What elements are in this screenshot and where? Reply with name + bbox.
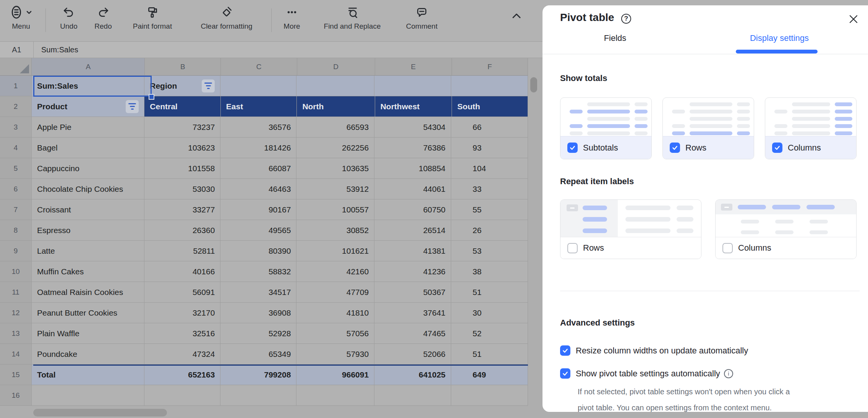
close-icon[interactable] (847, 13, 860, 25)
find-replace-button[interactable]: Find and Replace (316, 4, 389, 31)
column-header-d[interactable]: D (297, 58, 375, 76)
cell-value[interactable]: 38 (451, 261, 528, 282)
paint-format-button[interactable]: Paint format (124, 4, 181, 31)
row-header[interactable]: 2 (0, 96, 32, 117)
row-header[interactable]: 7 (0, 199, 32, 220)
row-header[interactable]: 14 (0, 344, 32, 365)
cell-value[interactable]: 103623 (144, 138, 220, 158)
spreadsheet-grid[interactable]: A B C D E F 1 Sum:Sales Region 2 Product… (0, 58, 528, 406)
sheet-row-12[interactable]: 12 Peanut Butter Cookies 32170 36908 418… (0, 303, 528, 323)
cell-a2[interactable]: Product (32, 96, 144, 117)
sheet-row-6[interactable]: 6 Chocolate Chip Cookies 53030 46463 539… (0, 179, 528, 199)
menu-button[interactable]: Menu (10, 4, 32, 31)
sheet-row-8[interactable]: 8 Espresso 26360 49565 30852 26514 26 (0, 220, 528, 241)
cell[interactable] (144, 385, 220, 406)
sheet-row-5[interactable]: 5 Cappuccino 101558 66087 103635 108854 … (0, 158, 528, 179)
cell-value[interactable]: 101621 (296, 241, 374, 261)
repeat-columns-checkbox[interactable] (722, 243, 733, 253)
cell-value[interactable]: 41236 (374, 261, 451, 282)
vertical-scrollbar-track[interactable] (528, 58, 542, 406)
select-all-corner[interactable] (0, 58, 32, 76)
comment-button[interactable]: Comment (399, 4, 445, 31)
cell-value[interactable]: 57930 (296, 344, 374, 365)
cell-value[interactable]: 49565 (220, 220, 296, 241)
row-header[interactable]: 9 (0, 241, 32, 261)
cell-value[interactable]: 51 (451, 282, 528, 303)
cell-product[interactable]: Latte (32, 241, 144, 261)
cell-value[interactable]: 53912 (296, 179, 374, 199)
cell-value[interactable]: 103635 (296, 158, 374, 179)
repeat-labels-card-rows[interactable]: Rows (560, 199, 701, 259)
cell-total-label[interactable]: Total (32, 365, 144, 385)
cell-value[interactable]: 36576 (220, 117, 296, 138)
cell-region-central[interactable]: Central (144, 96, 221, 117)
cell-value[interactable]: 47709 (296, 282, 374, 303)
redo-button[interactable]: Redo (88, 4, 118, 31)
cell-product[interactable]: Oatmeal Raisin Cookies (32, 282, 144, 303)
cell-region-east[interactable]: East (221, 96, 297, 117)
cell-value[interactable]: 51 (451, 344, 528, 365)
cell-value[interactable]: 26360 (144, 220, 220, 241)
cell-region-south[interactable]: South (452, 96, 528, 117)
row-header[interactable]: 13 (0, 323, 32, 344)
cell[interactable] (374, 385, 451, 406)
cell-value[interactable]: 32170 (144, 303, 220, 323)
name-box[interactable]: A1 (0, 42, 34, 58)
cell[interactable] (451, 385, 528, 406)
cell-product[interactable]: Muffin Cakes (32, 261, 144, 282)
clear-formatting-button[interactable]: Clear formatting (190, 4, 263, 31)
cell-value[interactable]: 54304 (374, 117, 451, 138)
cell-product[interactable]: Plain Waffle (32, 323, 144, 344)
cell-value[interactable]: 66593 (296, 117, 374, 138)
cell-product[interactable]: Bagel (32, 138, 144, 158)
row-header[interactable]: 1 (0, 76, 32, 96)
cell-value[interactable]: 52811 (144, 241, 220, 261)
row-header[interactable]: 5 (0, 158, 32, 179)
cell-value[interactable]: 53 (451, 241, 528, 261)
cell-value[interactable]: 40166 (144, 261, 220, 282)
selection-fill-handle[interactable] (149, 94, 154, 100)
column-header-a[interactable]: A (32, 58, 145, 76)
cell-value[interactable]: 52928 (220, 323, 296, 344)
sheet-row-3[interactable]: 3 Apple Pie 73237 36576 66593 54304 66 (0, 117, 528, 138)
show-totals-card-columns[interactable]: Columns (765, 97, 857, 159)
cell-value[interactable]: 108854 (374, 158, 451, 179)
collapse-toolbar-button[interactable] (510, 10, 523, 21)
resize-columns-checkbox[interactable] (560, 345, 570, 356)
column-header-c[interactable]: C (221, 58, 297, 76)
cell-value[interactable]: 26514 (374, 220, 451, 241)
cell-value[interactable]: 53030 (144, 179, 220, 199)
help-icon[interactable]: ? (621, 14, 631, 24)
sheet-row-4[interactable]: 4 Bagel 103623 181426 262256 76386 93 (0, 138, 528, 158)
cell-value[interactable]: 60750 (374, 199, 451, 220)
cell-value[interactable]: 30 (451, 303, 528, 323)
cell[interactable] (220, 385, 296, 406)
cell-value[interactable]: 46463 (220, 179, 296, 199)
cell-value[interactable]: 37641 (374, 303, 451, 323)
column-header-b[interactable]: B (145, 58, 221, 76)
sheet-row-2[interactable]: 2 Product Central East North Northwest S… (0, 96, 528, 117)
cell-value[interactable]: 47324 (144, 344, 220, 365)
sheet-row-9[interactable]: 9 Latte 52811 80390 101621 41381 53 (0, 241, 528, 261)
cell-product[interactable]: Poundcake (32, 344, 144, 365)
cell[interactable] (374, 76, 451, 96)
cell-region-north[interactable]: North (297, 96, 375, 117)
cell-value[interactable]: 66087 (220, 158, 296, 179)
cell[interactable] (220, 76, 296, 96)
row-header[interactable]: 15 (0, 365, 32, 385)
cell-value[interactable]: 55 (451, 199, 528, 220)
sheet-row-1[interactable]: 1 Sum:Sales Region (0, 76, 528, 96)
sheet-row-11[interactable]: 11 Oatmeal Raisin Cookies 56091 34517 47… (0, 282, 528, 303)
cell-value[interactable]: 30852 (296, 220, 374, 241)
cell-value[interactable]: 33277 (144, 199, 220, 220)
cell-value[interactable]: 93 (451, 138, 528, 158)
cell-value[interactable]: 34517 (220, 282, 296, 303)
cell-value[interactable]: 56091 (144, 282, 220, 303)
more-button[interactable]: More (277, 4, 307, 31)
repeat-rows-checkbox[interactable] (567, 243, 578, 253)
cell-value[interactable]: 80390 (220, 241, 296, 261)
formula-input[interactable]: Sum:Sales (34, 42, 542, 58)
cell-value[interactable]: 41381 (374, 241, 451, 261)
subtotals-checkbox[interactable] (567, 143, 578, 153)
cell-value[interactable]: 262256 (296, 138, 374, 158)
